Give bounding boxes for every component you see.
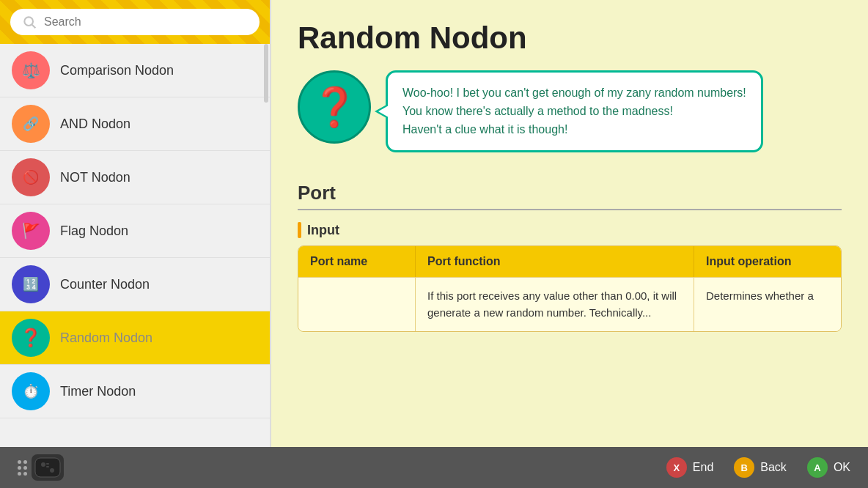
x-button-circle: X bbox=[666, 457, 687, 478]
end-button[interactable]: X End bbox=[666, 457, 713, 478]
sidebar-scrollbar[interactable] bbox=[264, 44, 268, 103]
bottom-bar: X End B Back A OK bbox=[0, 447, 868, 488]
a-button-circle: A bbox=[807, 457, 828, 478]
sidebar-item-random[interactable]: ❓ Random Nodon bbox=[0, 311, 270, 365]
port-section-title: Port bbox=[298, 182, 842, 204]
sidebar-item-label: Comparison Nodon bbox=[60, 63, 174, 78]
sidebar-item-label: Flag Nodon bbox=[60, 223, 128, 239]
table-row: If this port receives any value other th… bbox=[298, 277, 841, 331]
input-label: Input bbox=[307, 223, 339, 238]
back-button[interactable]: B Back bbox=[734, 457, 787, 478]
character-avatar: ❓ bbox=[298, 70, 371, 144]
search-icon bbox=[22, 15, 37, 29]
search-input[interactable] bbox=[44, 15, 248, 29]
svg-rect-6 bbox=[46, 466, 49, 467]
table-header-port-name: Port name bbox=[298, 246, 416, 277]
end-label: End bbox=[693, 461, 713, 474]
x-button-label: X bbox=[673, 462, 680, 473]
ok-label: OK bbox=[834, 461, 850, 474]
flag-nodon-icon: 🚩 bbox=[12, 212, 50, 250]
character-avatar-icon: ❓ bbox=[311, 85, 358, 130]
timer-nodon-icon: ⏱️ bbox=[12, 372, 50, 410]
counter-nodon-icon: 🔢 bbox=[12, 265, 50, 303]
content-area: Random Nodon ❓ Woo-hoo! I bet you can't … bbox=[271, 0, 868, 447]
page-title: Random Nodon bbox=[298, 21, 842, 56]
a-button-label: A bbox=[814, 462, 820, 473]
sidebar-item-comparison[interactable]: ⚖️ Comparison Nodon bbox=[0, 44, 270, 97]
table-cell-port-function: If this port receives any value other th… bbox=[416, 278, 694, 331]
sidebar-item-label: Random Nodon bbox=[60, 330, 152, 346]
svg-point-4 bbox=[50, 468, 54, 473]
joycon-dots bbox=[18, 460, 27, 476]
svg-line-1 bbox=[32, 25, 36, 29]
speech-bubble: Woo-hoo! I bet you can't get enough of m… bbox=[386, 70, 763, 152]
bottom-left bbox=[18, 454, 64, 481]
sidebar-item-label: Counter Nodon bbox=[60, 277, 150, 292]
svg-point-3 bbox=[41, 462, 45, 467]
main-container: ⚖️ Comparison Nodon 🔗 AND Nodon 🚫 NOT No… bbox=[0, 0, 868, 447]
joycon-icon bbox=[32, 454, 64, 481]
svg-point-0 bbox=[24, 17, 33, 26]
back-label: Back bbox=[760, 461, 787, 474]
port-section: Port Input Port name Port function Input… bbox=[298, 182, 842, 332]
and-nodon-icon: 🔗 bbox=[12, 105, 50, 143]
sidebar-item-and[interactable]: 🔗 AND Nodon bbox=[0, 97, 270, 151]
b-button-label: B bbox=[741, 462, 748, 473]
sidebar-item-label: AND Nodon bbox=[60, 117, 130, 132]
sidebar: ⚖️ Comparison Nodon 🔗 AND Nodon 🚫 NOT No… bbox=[0, 0, 271, 447]
table-cell-port-name bbox=[298, 278, 416, 331]
sidebar-item-counter[interactable]: 🔢 Counter Nodon bbox=[0, 258, 270, 311]
table-header: Port name Port function Input operation bbox=[298, 246, 841, 277]
character-section: ❓ Woo-hoo! I bet you can't get enough of… bbox=[298, 70, 842, 152]
port-divider bbox=[298, 209, 842, 210]
table-header-input-operation: Input operation bbox=[694, 246, 841, 277]
speech-text: Woo-hoo! I bet you can't get enough of m… bbox=[402, 86, 746, 136]
ok-button[interactable]: A OK bbox=[807, 457, 850, 478]
input-section-label: Input bbox=[298, 222, 842, 238]
not-nodon-icon: 🚫 bbox=[12, 158, 50, 196]
svg-rect-5 bbox=[46, 463, 49, 465]
sidebar-item-not[interactable]: 🚫 NOT Nodon bbox=[0, 151, 270, 204]
input-section-bar bbox=[298, 222, 301, 238]
sidebar-header bbox=[0, 0, 270, 44]
sidebar-item-label: NOT Nodon bbox=[60, 170, 130, 185]
comparison-nodon-icon: ⚖️ bbox=[12, 51, 50, 89]
bottom-right: X End B Back A OK bbox=[666, 457, 850, 478]
table-header-port-function: Port function bbox=[416, 246, 694, 277]
sidebar-item-flag[interactable]: 🚩 Flag Nodon bbox=[0, 204, 270, 258]
sidebar-item-label: Timer Nodon bbox=[60, 384, 136, 399]
search-bar[interactable] bbox=[10, 9, 260, 35]
sidebar-list: ⚖️ Comparison Nodon 🔗 AND Nodon 🚫 NOT No… bbox=[0, 44, 270, 447]
b-button-circle: B bbox=[734, 457, 754, 478]
port-table: Port name Port function Input operation … bbox=[298, 245, 842, 332]
random-nodon-icon: ❓ bbox=[12, 319, 50, 357]
sidebar-item-timer[interactable]: ⏱️ Timer Nodon bbox=[0, 365, 270, 418]
table-cell-input-operation: Determines whether a bbox=[694, 278, 841, 331]
